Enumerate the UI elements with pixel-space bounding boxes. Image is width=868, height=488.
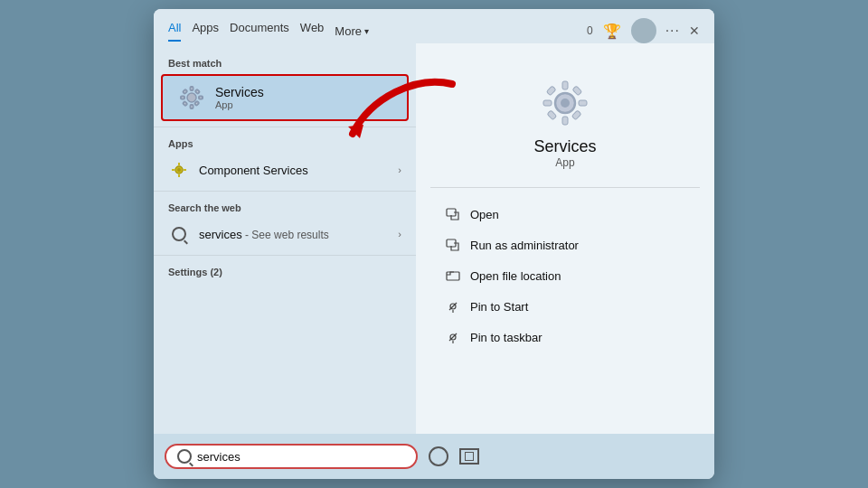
- web-label: Search the web: [154, 195, 416, 217]
- widgets-button[interactable]: [459, 448, 479, 465]
- svg-rect-24: [547, 110, 557, 120]
- svg-rect-2: [191, 105, 193, 108]
- right-divider: [430, 187, 700, 188]
- web-search-label: services - See web results: [199, 228, 389, 241]
- services-big-icon: [538, 76, 592, 130]
- best-match-title: Services: [215, 85, 264, 99]
- list-item-web-search[interactable]: services - See web results ›: [154, 217, 416, 251]
- run-as-admin-label: Run as administrator: [470, 239, 579, 252]
- divider-1: [154, 127, 416, 127]
- svg-rect-19: [562, 117, 568, 125]
- main-content: Best match: [154, 43, 714, 434]
- open-file-location-label: Open file location: [470, 269, 561, 283]
- app-header: Services App: [430, 58, 700, 183]
- web-suffix: - See web results: [242, 229, 329, 241]
- top-nav: All Apps Documents Web More ▾ 0 🏆 ··· ✕: [154, 9, 714, 43]
- svg-rect-5: [183, 89, 187, 94]
- pin-to-start-label: Pin to Start: [470, 300, 528, 314]
- close-button[interactable]: ✕: [689, 23, 700, 38]
- svg-rect-22: [546, 86, 556, 96]
- best-match-subtitle: App: [215, 99, 264, 110]
- taskview-circle-button[interactable]: [429, 446, 448, 466]
- pin-to-taskbar-label: Pin to taskbar: [470, 331, 542, 344]
- svg-rect-8: [195, 89, 200, 94]
- component-services-label: Component Services: [199, 164, 389, 177]
- bottom-bar: services: [154, 434, 714, 479]
- more-options-button[interactable]: ···: [665, 23, 680, 39]
- open-icon: [445, 206, 461, 222]
- context-open[interactable]: Open: [438, 199, 693, 230]
- settings-label: Settings (2): [154, 259, 416, 281]
- best-match-label: Best match: [154, 51, 416, 72]
- chevron-down-icon: ▾: [364, 26, 369, 36]
- best-match-item[interactable]: Services App: [161, 74, 409, 121]
- svg-rect-12: [178, 174, 180, 177]
- tab-web[interactable]: Web: [300, 21, 325, 42]
- context-menu: Open Run as administrator Open file loca…: [430, 195, 700, 356]
- start-menu: All Apps Documents Web More ▾ 0 🏆 ··· ✕ …: [154, 9, 714, 479]
- web-chevron-icon: ›: [398, 229, 401, 239]
- list-item-component-services[interactable]: Component Services ›: [154, 153, 416, 187]
- svg-point-10: [177, 168, 181, 172]
- svg-rect-28: [447, 272, 459, 280]
- pin-to-start-icon: [445, 298, 461, 314]
- svg-rect-7: [183, 101, 187, 106]
- run-as-admin-icon: [445, 237, 461, 253]
- context-pin-to-taskbar[interactable]: Pin to taskbar: [438, 322, 693, 352]
- open-label: Open: [470, 208, 499, 221]
- svg-rect-4: [199, 97, 203, 99]
- svg-rect-3: [181, 97, 184, 99]
- pin-to-taskbar-icon: [445, 329, 461, 345]
- app-type: App: [555, 156, 574, 169]
- svg-rect-13: [172, 169, 175, 171]
- best-match-text: Services App: [215, 85, 264, 110]
- component-services-icon: [168, 159, 190, 181]
- divider-3: [154, 255, 416, 256]
- app-name: Services: [533, 137, 596, 156]
- svg-rect-23: [571, 110, 581, 120]
- top-right-controls: 0 🏆 ··· ✕: [587, 18, 700, 43]
- svg-point-17: [561, 99, 570, 108]
- svg-rect-20: [543, 100, 552, 106]
- avatar[interactable]: [631, 18, 656, 43]
- svg-rect-1: [191, 87, 193, 90]
- svg-rect-14: [184, 169, 186, 171]
- svg-rect-11: [178, 163, 180, 165]
- svg-rect-18: [562, 81, 568, 89]
- search-icon: [177, 449, 192, 464]
- svg-point-0: [187, 93, 196, 102]
- nav-tabs: All Apps Documents Web More ▾: [168, 21, 572, 42]
- tab-documents[interactable]: Documents: [230, 21, 289, 42]
- left-panel: Best match: [154, 43, 416, 434]
- web-query: services: [199, 228, 242, 241]
- right-panel: Services App Open Run as administrator: [416, 43, 714, 434]
- apps-label: Apps: [154, 131, 416, 153]
- tab-more[interactable]: More ▾: [335, 21, 369, 42]
- trophy-icon[interactable]: 🏆: [602, 21, 622, 41]
- open-file-location-icon: [445, 267, 461, 284]
- badge-count: 0: [587, 24, 593, 37]
- svg-rect-6: [194, 101, 199, 106]
- context-run-as-admin[interactable]: Run as administrator: [438, 230, 693, 260]
- svg-rect-25: [572, 86, 582, 96]
- context-pin-to-start[interactable]: Pin to Start: [438, 291, 693, 322]
- tab-apps[interactable]: Apps: [192, 21, 219, 42]
- context-open-file-location[interactable]: Open file location: [438, 260, 693, 291]
- svg-rect-21: [579, 100, 587, 106]
- tab-all[interactable]: All: [168, 21, 181, 42]
- web-search-icon: [168, 223, 190, 245]
- search-input-value: services: [197, 450, 241, 464]
- services-icon: [177, 83, 206, 112]
- divider-2: [154, 191, 416, 192]
- chevron-right-icon: ›: [398, 164, 401, 175]
- search-box[interactable]: services: [165, 444, 418, 469]
